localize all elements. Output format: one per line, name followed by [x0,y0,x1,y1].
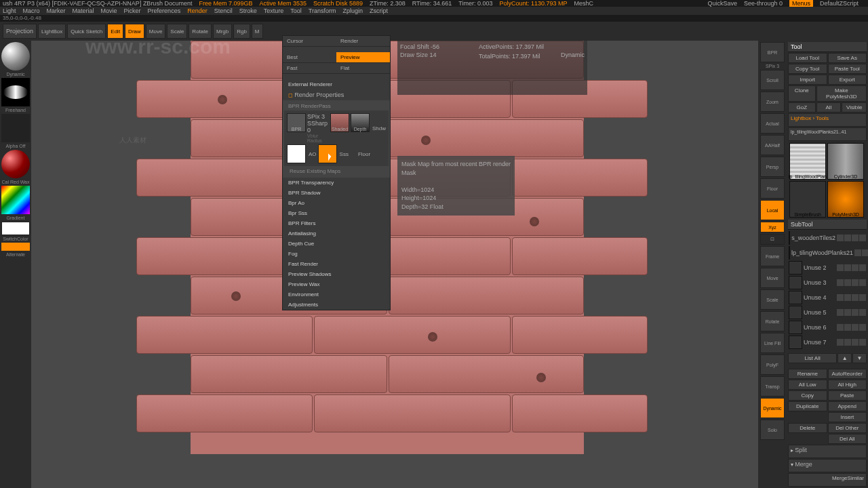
best-button[interactable]: Best [283,52,336,62]
rgb-button[interactable]: Rgb [233,24,250,39]
alternate-button[interactable] [1,243,30,251]
del-other-button[interactable]: Del Other [828,423,867,433]
clone-button[interactable]: Clone [788,85,816,102]
import-button[interactable]: Import [788,75,827,85]
render-menu-item[interactable]: Adjustments [283,300,390,310]
frame-icon[interactable]: Frame [760,246,785,266]
bpr-button[interactable]: BPR [287,113,306,132]
paste-subtool-button[interactable]: Paste [828,390,867,401]
canvas[interactable]: Focal Shift -56 Draw Size 14 Dynamic Act… [31,41,758,488]
linefill-icon[interactable]: Line Fill [760,333,785,353]
autoreorder-button[interactable]: AutoReorder [828,369,867,379]
make-polymesh-button[interactable]: Make PolyMesh3D [816,85,867,102]
render-menu-item[interactable]: Fast Render [283,259,390,269]
tool-thumb[interactable]: Cylinder3D [827,143,864,180]
merge-section[interactable]: ▾ Merge [788,459,867,472]
external-renderer[interactable]: External Renderer [283,79,390,89]
render-menu-item[interactable]: Depth Cue [283,239,390,249]
append-button[interactable]: Append [828,401,867,411]
menu-zplugin[interactable]: Zplugin [342,7,363,14]
persp-icon[interactable]: Persp [760,157,785,177]
menu-transform[interactable]: Transform [309,7,336,14]
fast-button[interactable]: Fast [283,63,336,73]
render-menu-item[interactable]: Bpr Sss [283,208,390,218]
list-all-button[interactable]: List All [788,353,837,363]
goz-button[interactable]: GoZ [788,102,816,113]
load-tool-button[interactable]: Load Tool [788,53,827,63]
xyz-icon[interactable]: Xyz [760,222,785,232]
preview-button[interactable]: Preview [336,52,390,62]
subtool-row[interactable]: Unuse 3 [788,275,867,290]
actual-icon[interactable]: Actual [760,113,785,134]
solo-icon[interactable]: Solo [760,420,785,440]
alpha-swatch[interactable] [1,114,30,142]
render-button[interactable]: Render [336,36,390,46]
insert-button[interactable]: Insert [828,412,867,422]
rename-button[interactable]: Rename [788,369,827,379]
render-menu-item[interactable]: Bpr Ao [283,198,390,208]
draw-button[interactable]: Draw [125,24,144,39]
scale-icon[interactable]: Scale [760,289,785,310]
subtool-row[interactable]: Unuse 6 [788,320,867,335]
menu-texture[interactable]: Texture [264,7,284,14]
rotate-icon[interactable]: Rotate [760,311,785,331]
render-menu-item[interactable]: BPR Transparency [283,178,390,188]
tool-thumb[interactable]: SimpleBrush [789,181,826,218]
polyf-icon[interactable]: PolyF [760,354,785,375]
scroll-icon[interactable]: Scroll [760,70,785,90]
stroke-swatch[interactable] [1,78,30,106]
menu-material[interactable]: Material [73,7,94,14]
subtool-row[interactable]: Unuse 7 [788,335,867,350]
visible-button[interactable]: Visible [842,102,867,113]
move-button[interactable]: Move [146,24,166,39]
menu-light[interactable]: Light [3,7,16,14]
depth-swatch[interactable]: Depth [351,113,370,132]
all-low-button[interactable]: All Low [788,380,827,390]
menu-stroke[interactable]: Stroke [239,7,257,14]
render-properties[interactable]: ◻ Render Properties [283,89,390,100]
local-icon[interactable]: Local [760,200,785,220]
menu-macro[interactable]: Macro [23,7,40,14]
mask-swatch[interactable] [318,144,337,163]
all-high-button[interactable]: All High [828,380,867,390]
menu-picker[interactable]: Picker [124,7,141,14]
m-button[interactable]: M [252,24,263,39]
copy-subtool-button[interactable]: Copy [788,390,827,401]
menu-marker[interactable]: Marker [47,7,66,14]
menu-movie[interactable]: Movie [101,7,117,14]
render-menu-item[interactable]: Preview Wax [283,279,390,289]
color-picker[interactable] [1,186,30,214]
move-icon[interactable]: Move [760,268,785,288]
shaded-swatch[interactable]: Shaded [330,113,349,132]
menu-render[interactable]: Render [187,7,208,14]
bpr-icon[interactable]: BPR [760,42,785,62]
subtool-row[interactable]: lp_tilingWoodPlanks21 [788,245,867,260]
subtool-row[interactable]: Unuse 5 [788,305,867,320]
paste-tool-button[interactable]: Paste Tool [828,64,867,74]
mrgb-button[interactable]: Mrgb [213,24,232,39]
quicksave-button[interactable]: QuickSave [707,0,737,7]
render-menu-item[interactable]: BPR Shadow [283,188,390,198]
quick-sketch-button[interactable]: Quick Sketch [67,24,106,39]
render-menu-item[interactable]: Fog [283,249,390,259]
brush-swatch[interactable] [1,42,30,70]
projection-master-button[interactable]: Projection [3,24,37,39]
subtool-row[interactable]: Unuse 4 [788,290,867,305]
lightbox-tools[interactable]: Lightbox › Tools [788,113,867,127]
subtool-row[interactable]: Unuse 2 [788,260,867,275]
lightbox-button[interactable]: LightBox [38,24,66,39]
flat-button[interactable]: Flat [336,63,390,73]
floor-icon[interactable]: Floor [760,178,785,199]
menu-preferences[interactable]: Preferences [148,7,181,14]
ao-swatch[interactable] [287,144,306,163]
subtool-row[interactable]: s_woodenTiles2 [788,230,867,245]
rotate-button[interactable]: Rotate [189,24,212,39]
render-menu-item[interactable]: Preview Shadows [283,269,390,279]
render-menu-item[interactable]: Antialiasing [283,228,390,239]
aahalf-icon[interactable]: AAHalf [760,135,785,155]
render-menu-item[interactable]: Environment [283,289,390,300]
copy-tool-button[interactable]: Copy Tool [788,64,827,74]
reuse-maps[interactable]: Reuse Existing Maps [284,166,389,176]
zoom-icon[interactable]: Zoom [760,92,785,112]
tool-thumb[interactable]: lp_tilingWoodPlan [789,143,826,180]
